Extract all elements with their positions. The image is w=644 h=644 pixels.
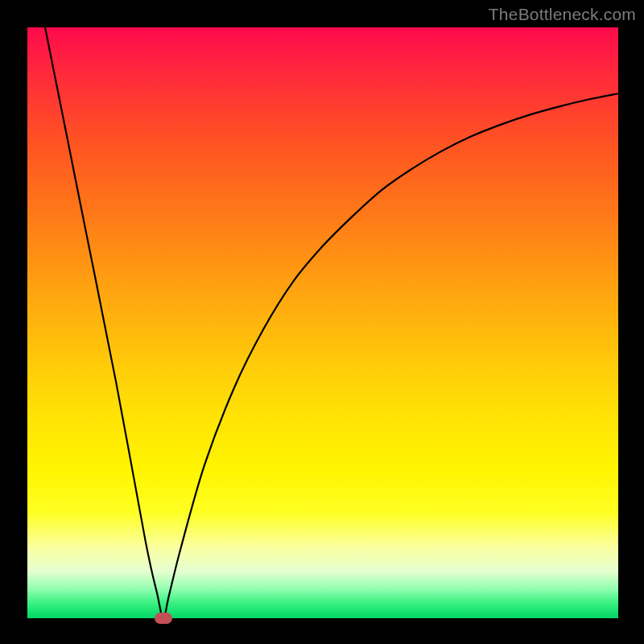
chart-frame: TheBottleneck.com <box>0 0 644 644</box>
watermark-text: TheBottleneck.com <box>489 5 636 24</box>
optimal-point-marker <box>155 613 172 624</box>
bottleneck-curve <box>27 0 618 618</box>
curve-layer <box>27 27 618 618</box>
